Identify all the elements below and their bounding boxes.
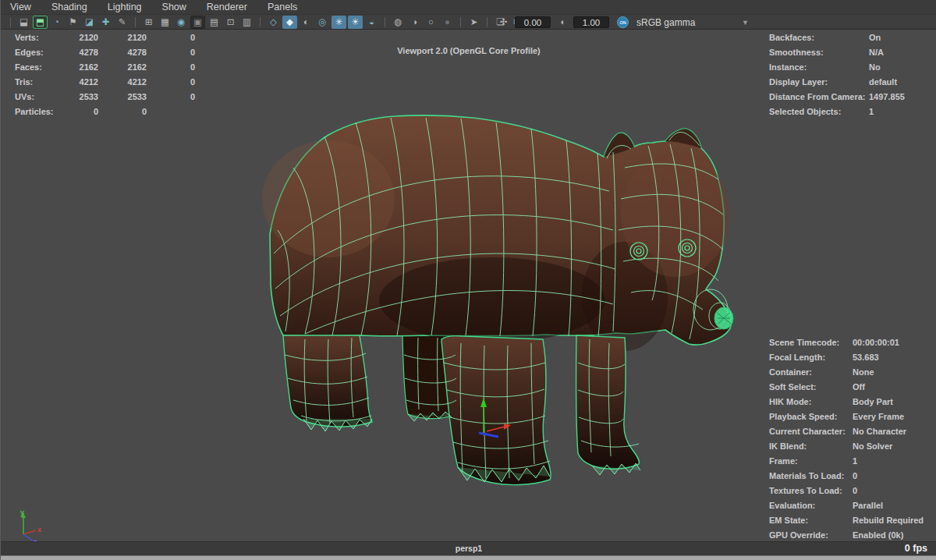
default-material-icon[interactable]: ◎	[315, 16, 330, 29]
menu-view[interactable]: View	[10, 2, 31, 12]
exposure-input[interactable]: 0.00	[515, 16, 551, 28]
film-gate-icon[interactable]: ▦	[158, 16, 172, 29]
menu-bar: ViewShadingLightingShowRendererPanels	[1, 0, 936, 15]
separator	[10, 17, 11, 27]
hud-row: Textures To Load: 0	[769, 484, 924, 498]
hud-row: EM State: Rebuild Required	[769, 513, 924, 528]
camera-bar: persp1 0 fps	[1, 541, 936, 555]
hud-row: Materials To Load: 0	[769, 469, 924, 484]
view-transform-value: sRGB gamma	[636, 17, 695, 28]
hud-row: Selected Objects: 1	[769, 105, 905, 119]
bear-nose	[714, 307, 733, 329]
gamma-contrast-icon: ◖	[555, 16, 569, 29]
panel-toolbar: ⬓⬒◔⚑◪✚✎⊞▦◉▣▤⊡▥◇◆◐◎✳☀◒◍◑○●➤❏⧉⊠ ✣ 0.00 ◖ 1…	[1, 15, 936, 30]
hud-row: Playback Speed: Every Frame	[769, 409, 924, 424]
window-bottom-strip	[1, 555, 936, 560]
hud-row: Display Layer: default	[769, 75, 905, 90]
hud-row: Faces: 2162 2162 0	[15, 60, 195, 75]
hud-row: Backfaces: On	[769, 30, 905, 45]
flat-shade-icon[interactable]: ◐	[299, 16, 314, 29]
separator	[135, 17, 136, 27]
hud-row: Instance: No	[769, 60, 905, 75]
select-camera-icon[interactable]: ⬓	[16, 16, 31, 29]
image-plane-icon[interactable]: ◪	[82, 16, 97, 29]
bear-model[interactable]	[258, 105, 734, 495]
color-management-toggle[interactable]: ON	[617, 16, 629, 28]
camera-name-label: persp1	[1, 544, 936, 553]
safe-title-icon[interactable]: ▥	[239, 16, 254, 29]
shadows-icon[interactable]: ◒	[364, 16, 379, 29]
hud-row: Edges: 4278 4278 0	[15, 45, 195, 60]
hud-row: Current Character: No Character	[769, 424, 924, 439]
bookmarks-icon[interactable]: ⚑	[66, 16, 80, 29]
menu-lighting[interactable]: Lighting	[108, 2, 142, 12]
hud-row: Verts: 2120 2120 0	[15, 30, 195, 45]
fps-counter: 0 fps	[905, 543, 927, 554]
isolate-select-icon[interactable]: ➤	[466, 16, 481, 29]
menu-renderer[interactable]: Renderer	[207, 2, 247, 12]
axis-x-label: x	[37, 526, 41, 533]
pan-zoom-icon[interactable]: ✚	[98, 16, 113, 29]
hud-row: Soft Select: Off	[769, 380, 924, 395]
hud-row: Evaluation: Parallel	[769, 498, 924, 513]
view-axis-gizmo[interactable]: y x z	[12, 507, 48, 541]
gate-mask-icon[interactable]: ▣	[190, 16, 205, 29]
hud-row: UVs: 2533 2533 0	[15, 90, 195, 105]
hud-row: GPU Override: Enabled (0k)	[769, 528, 924, 541]
chevron-down-icon: ▼	[742, 19, 753, 27]
hud-row: Distance From Camera: 1497.855	[769, 90, 905, 105]
hud-row: Frame: 1	[769, 454, 924, 469]
poly-count-hud: Verts: 2120 2120 0 Edges: 4278 4278 0 Fa…	[15, 30, 195, 119]
color-management-group: ✣ 0.00 ◖ 1.00 ON sRGB gamma ▼	[495, 15, 753, 30]
hud-row: Tris: 4212 4212 0	[15, 75, 195, 90]
textured-icon[interactable]: ✳	[332, 16, 346, 29]
view-transform-dropdown[interactable]: sRGB gamma ▼	[636, 17, 753, 28]
hud-row: Focal Length: 53.683	[769, 350, 924, 365]
xray-joints-icon[interactable]: ○	[424, 16, 438, 29]
menu-shading[interactable]: Shading	[51, 2, 87, 12]
grease-pencil-icon[interactable]: ✎	[115, 16, 129, 29]
xray-icon[interactable]: ◑	[407, 16, 422, 29]
axis-y-label: y	[20, 509, 24, 516]
hud-row: Particles: 0 0	[15, 105, 195, 119]
object-details-hud: Backfaces: On Smoothness: N/A Instance: …	[769, 30, 905, 119]
motion-blur-icon[interactable]: ●	[440, 16, 455, 29]
viewport-3d[interactable]: Viewport 2.0 (OpenGL Core Profile) Verts…	[1, 30, 936, 541]
hud-row: IK Blend: No Solver	[769, 439, 924, 454]
scene-details-hud: Scene Timecode: 00:00:00:01 Focal Length…	[769, 335, 924, 541]
all-lights-icon[interactable]: ☀	[348, 16, 363, 29]
lock-camera-icon[interactable]: ⬒	[33, 16, 48, 29]
safe-action-icon[interactable]: ⊡	[223, 16, 238, 29]
gamma-input[interactable]: 1.00	[573, 16, 609, 28]
hud-row: Container: None	[769, 365, 924, 380]
separator	[460, 17, 461, 27]
menu-panels[interactable]: Panels	[268, 2, 297, 12]
menu-show[interactable]: Show	[162, 2, 186, 12]
resolution-gate-icon[interactable]: ◉	[174, 16, 189, 29]
separator	[385, 17, 385, 27]
separator	[487, 17, 488, 27]
field-chart-icon[interactable]: ▤	[207, 16, 222, 29]
exposure-aperture-icon: ✣	[496, 16, 511, 29]
screen-space-ao-icon[interactable]: ◍	[391, 16, 406, 29]
grid-icon[interactable]: ⊞	[141, 16, 156, 29]
camera-attributes-icon[interactable]: ◔	[49, 16, 64, 29]
maya-viewport-panel: ViewShadingLightingShowRendererPanels ⬓⬒…	[0, 0, 936, 560]
hud-row: Smoothness: N/A	[769, 45, 905, 60]
hud-row: Scene Timecode: 00:00:00:01	[769, 335, 924, 350]
wireframe-icon[interactable]: ◇	[266, 16, 281, 29]
hud-row: HIK Mode: Body Part	[769, 395, 924, 409]
separator	[260, 17, 261, 27]
shaded-icon[interactable]: ◆	[282, 16, 297, 29]
